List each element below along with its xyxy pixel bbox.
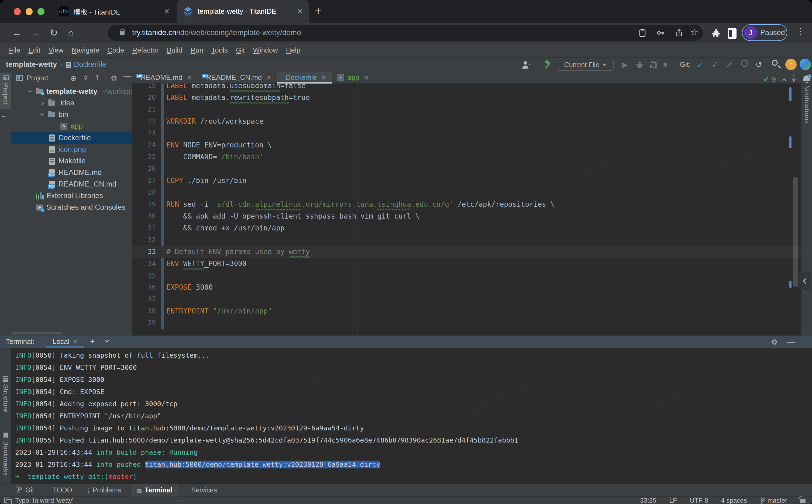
unlock-icon[interactable]	[800, 499, 806, 503]
star-icon[interactable]: ☆	[690, 27, 698, 37]
code-line-19[interactable]: 19LABEL metadata.usesubdomain=false	[132, 84, 801, 92]
tree-item-bin[interactable]: bin	[11, 109, 132, 120]
git-branch-widget[interactable]: master	[760, 497, 787, 504]
extensions-icon[interactable]	[711, 28, 721, 38]
stop-icon[interactable]: ■	[663, 60, 668, 69]
collapse-all-icon[interactable]: ⤒	[96, 74, 99, 81]
close-icon[interactable]: ✕	[73, 338, 78, 345]
reload-icon[interactable]: ↻	[50, 27, 58, 38]
code-line-23[interactable]: 23	[132, 127, 801, 139]
toolwindow-button-git[interactable]: Git	[11, 484, 40, 497]
line-ending[interactable]: LF	[669, 497, 677, 504]
close-icon[interactable]: ✕	[321, 74, 326, 81]
menu-item-edit[interactable]: Edit	[24, 46, 44, 54]
debug-icon[interactable]	[635, 60, 644, 70]
bell-icon[interactable]	[803, 75, 810, 81]
history-icon[interactable]	[741, 60, 748, 67]
close-icon[interactable]: ✕	[157, 7, 170, 16]
code-line-30[interactable]: 30 && apk add -U openssh-client sshpass …	[132, 210, 801, 222]
toolwindow-button-services[interactable]: Services	[182, 484, 223, 497]
new-session-icon[interactable]: +	[90, 337, 95, 346]
tree-item-template-wetty[interactable]: template-wetty ~/workspac	[11, 86, 132, 97]
tree-item-README_CN.md[interactable]: README_CN.md	[11, 178, 132, 190]
tree-item-README.md[interactable]: README.md	[11, 167, 132, 178]
menu-item-navigate[interactable]: Navigate	[68, 46, 104, 54]
code-line-38[interactable]: 38ENTRYPOINT "/usr/bin/app"	[132, 305, 801, 317]
close-window-button[interactable]	[14, 8, 21, 15]
share-icon[interactable]	[675, 28, 684, 37]
back-icon[interactable]: ←	[12, 27, 22, 38]
menu-item-view[interactable]: View	[44, 46, 68, 54]
key-icon[interactable]	[656, 28, 665, 37]
close-icon[interactable]: ✕	[266, 74, 271, 81]
browser-tab[interactable]: <t> 模板 - TitanIDE ✕	[53, 0, 176, 23]
code-line-26[interactable]: 26	[132, 163, 801, 175]
code-line-20[interactable]: 20LABEL metadata.rewritesubpath=true	[132, 92, 801, 103]
editor-tab-README_CN.md[interactable]: README_CN.md✕	[198, 72, 277, 83]
forward-icon[interactable]: →	[31, 27, 40, 38]
toolwindow-tab-notifications[interactable]: Notifications	[803, 85, 811, 124]
code-line-25[interactable]: 25 COMMAND='/bin/bash'	[132, 151, 801, 163]
error-stripe-mark[interactable]	[789, 136, 792, 148]
search-icon[interactable]	[772, 60, 778, 66]
menu-item-refactor[interactable]: Refactor	[128, 46, 163, 54]
code-line-37[interactable]: 37	[132, 293, 801, 305]
code-area[interactable]: 19LABEL metadata.usesubdomain=false20LAB…	[132, 84, 801, 336]
gear-icon[interactable]: ⚙	[771, 338, 777, 347]
url-text[interactable]: try.titanide.cn/ide/web/coding/template-…	[132, 28, 301, 37]
close-icon[interactable]: ✕	[290, 7, 303, 16]
editor-tab-app[interactable]: >_app✕	[332, 72, 374, 83]
tree-item-app[interactable]: >app	[11, 120, 132, 132]
breadcrumb[interactable]: template-wetty › Dockerfile	[6, 60, 106, 69]
push-icon[interactable]: ↗	[726, 60, 732, 69]
terminal-output[interactable]: INFO[0050] Taking snapshot of full files…	[11, 348, 812, 484]
tree-item-Dockerfile[interactable]: Dockerfile	[11, 132, 132, 144]
vertical-scrollbar[interactable]	[793, 177, 798, 287]
menu-item-help[interactable]: Help	[282, 46, 304, 54]
editor-tab-Dockerfile[interactable]: Dockerfile✕	[277, 72, 332, 83]
close-icon[interactable]: ✕	[187, 74, 192, 81]
collapse-panel-button[interactable]	[799, 272, 811, 290]
lock-icon[interactable]	[120, 31, 125, 35]
chevron-down-icon[interactable]	[105, 339, 109, 343]
kebab-icon[interactable]: ⋮	[796, 26, 804, 36]
code-line-36[interactable]: 36EXPOSE 3000	[132, 281, 801, 293]
tree-item-.idea[interactable]: .idea	[11, 97, 132, 109]
error-stripe-mark[interactable]	[789, 87, 792, 101]
profile-button[interactable]: J Paused	[742, 24, 787, 41]
tree-item-icon.png[interactable]: icon.png	[11, 144, 132, 155]
menu-item-file[interactable]: File	[5, 46, 24, 54]
commit-icon[interactable]: ✓	[712, 60, 718, 69]
home-icon[interactable]: ⌂	[68, 27, 74, 38]
code-line-27[interactable]: 27COPY ./bin /usr/bin	[132, 175, 801, 187]
menu-item-run[interactable]: Run	[187, 46, 208, 54]
prev-problem-icon[interactable]	[782, 78, 786, 82]
code-line-21[interactable]: 21	[132, 103, 801, 115]
breadcrumb-project[interactable]: template-wetty	[6, 60, 57, 69]
error-stripe-mark[interactable]	[789, 281, 792, 288]
code-line-29[interactable]: 29RUN sed -i 's/dl-cdn.alpinelinux.org/m…	[132, 198, 801, 210]
next-problem-icon[interactable]	[792, 77, 796, 81]
code-line-22[interactable]: 22WORKDIR /root/workspace	[132, 115, 801, 127]
zoom-window-button[interactable]	[37, 8, 44, 15]
menu-item-window[interactable]: Window	[249, 46, 282, 54]
code-line-34[interactable]: 34ENV WETTY_PORT=3000	[132, 258, 801, 270]
browser-tab-active[interactable]: </> template-wetty - TitanIDE ✕	[177, 0, 309, 23]
menu-item-tools[interactable]: Tools	[207, 46, 232, 54]
menu-item-git[interactable]: Git	[232, 46, 249, 54]
chevron-right-icon[interactable]	[40, 101, 44, 105]
upgrade-icon[interactable]: ↑	[785, 59, 797, 70]
tree-item-ScratchesandConsoles[interactable]: ➤Scratches and Consoles	[11, 202, 132, 213]
close-icon[interactable]: ✕	[363, 74, 369, 81]
caret-position[interactable]: 33:35	[640, 497, 656, 504]
toolwindow-tab-structure[interactable]: Structure	[0, 376, 11, 413]
editor-tab-README.md[interactable]: README.md✕	[132, 72, 198, 83]
menu-item-build[interactable]: Build	[163, 46, 187, 54]
indent-setting[interactable]: 4 spaces	[721, 497, 747, 504]
new-tab-button[interactable]: +	[315, 5, 322, 17]
code-line-32[interactable]: 32	[132, 234, 801, 246]
chevron-down-icon[interactable]	[28, 89, 32, 92]
code-line-33[interactable]: 33# Default ENV params used by wetty	[132, 246, 801, 258]
code-line-31[interactable]: 31 && chmod +x /usr/bin/app	[132, 222, 801, 234]
terminal-tab-local[interactable]: Local✕	[46, 336, 84, 348]
